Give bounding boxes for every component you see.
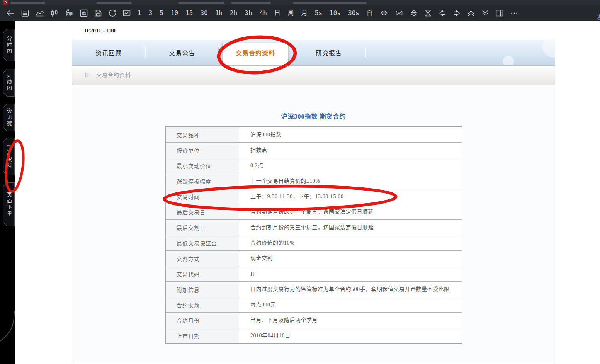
table-row: 合约月份 当月、下月及随后两个季月 [166,312,462,328]
sidebar-tab[interactable]: 页面下单 [3,182,15,226]
table-row: 最小变动价位 0.2点 [166,158,462,173]
sidebar-tab[interactable]: 分时图 [3,29,15,61]
row-value: IF [239,266,462,281]
interval-button[interactable]: 10 [170,7,179,19]
row-label: 交割方式 [166,251,239,266]
clipped-titlebar-text [97,2,131,4]
interval-button[interactable]: 自 [365,7,374,19]
table-row: 合约乘数 每点300元 [166,297,462,312]
order-board-icon[interactable]: 单 [79,7,88,19]
next-arrow-icon[interactable] [452,7,461,19]
interval-button[interactable]: 4h [258,7,268,19]
breadcrumb-bar: 交易合约资料 [72,65,555,85]
interval-buttons: 1351015301h2h3h4h日周月5s10s30s自 [136,7,374,19]
report-list-icon[interactable] [20,7,30,19]
interval-button[interactable]: 30 [199,7,209,19]
table-row: 报价单位 指数点 [166,142,462,158]
row-value: 当月、下月及随后两个季月 [239,313,462,328]
row-value: 上午：9:30-11:30，下午：13:00-15:00 [239,189,462,204]
scroll-down-icon[interactable] [481,7,490,19]
interval-button[interactable]: 1h [214,7,224,19]
refresh-icon[interactable] [108,7,117,19]
content-tabs: 资讯回顾交易公告交易合约资料研究报告 [72,40,555,65]
row-value: 合约价值的的10% [239,235,462,250]
row-label: 最低交易保证金 [166,235,239,250]
row-value: 每点300元 [239,297,462,312]
back-icon[interactable] [5,7,15,19]
interval-button[interactable]: 5 [158,7,165,19]
row-label: 交易代码 [166,266,239,281]
breadcrumb-arrow-icon [85,72,90,78]
row-label: 最小变动价位 [166,158,239,173]
interval-button[interactable]: 1 [136,7,143,19]
scroll-up-icon[interactable] [466,7,476,19]
row-label: 报价单位 [166,143,239,158]
content-tab[interactable]: 资讯回顾 [72,40,145,65]
interval-button[interactable]: 3 [148,7,154,19]
table-row: 附加信息 日内过度交易行为的监管标准为单个合约500手，套期保值交易开仓数量不受… [166,281,462,297]
sidebar-tab[interactable]: K线图 [3,69,15,97]
row-label: 上市日期 [166,328,239,343]
app-logo-icon [3,0,8,5]
interval-button[interactable]: 月 [300,7,309,19]
row-value: 现金交割 [239,251,462,266]
lightning-order-icon[interactable]: 单 [64,7,74,19]
content-tab[interactable]: 交易公告 [145,40,219,65]
save-icon[interactable] [93,7,103,19]
contract-table-title: 沪深300指数 期货合约 [72,111,555,121]
window-titlebar [0,0,600,5]
clipped-titlebar-text [178,2,224,4]
interval-button[interactable]: 3h [243,7,253,19]
content-tab[interactable]: 交易合约资料 [219,40,292,65]
interval-button[interactable]: 15 [184,7,194,19]
page-header: IF2011 - F10 [72,21,555,40]
table-row: 最低交易保证金 合约价值的的10% [166,235,462,250]
row-label: 交易时间 [166,189,239,204]
sidebar-curve-decoration [0,311,15,346]
content-tab[interactable]: 研究报告 [292,40,365,65]
row-label: 最后交易日 [166,204,239,219]
svg-text:单: 单 [82,10,86,16]
compress-vertical-icon[interactable] [409,7,418,19]
row-value: 合约到期月份的第三个周五，遇国家法定假日顺延 [239,204,462,219]
sidebar: 分时图K线图资讯链F10资料页面下单 [0,21,15,364]
clipped-right-glyph: 发 [597,12,600,21]
interval-button[interactable]: 10s [328,7,342,19]
prev-arrow-icon[interactable] [438,7,447,19]
toolbar: 单 单 1351015301h2h3h4h日周月5s10s30s自 发 [0,5,600,21]
row-label: 合约月份 [166,313,239,328]
interval-button[interactable]: 5s [314,7,323,19]
interval-button[interactable]: 30s [347,7,360,19]
timeshare-chart-icon[interactable] [35,7,45,19]
more-icon[interactable] [509,7,519,19]
interval-button[interactable]: 日 [273,7,282,19]
layout-grid-icon[interactable] [495,7,504,19]
row-value: 0.2点 [239,158,462,173]
sidebar-tab[interactable]: F10资料 [3,138,15,175]
expand-horizontal-icon[interactable] [379,7,389,19]
interval-button[interactable]: 周 [287,7,295,19]
sidebar-tab[interactable]: 资讯链 [3,104,15,131]
row-value: 沪深300指数 [239,127,462,142]
kline-candle-icon[interactable] [50,7,59,19]
row-label: 最后交割日 [166,220,239,235]
table-row: 交易时间 上午：9:30-11:30，下午：13:00-15:00 [166,189,462,204]
table-row: 最后交易日 合约到期月份的第三个周五，遇国家法定假日顺延 [166,204,462,219]
page-title: IF2011 - F10 [84,21,116,40]
table-row: 交易代码 IF [166,266,462,281]
contract-table: 交易品种 沪深300指数 报价单位 指数点 最小变动价位 0.2点 涨跌停板幅度… [165,126,462,344]
row-label: 合约乘数 [166,297,239,312]
breadcrumb-label: 交易合约资料 [96,66,131,85]
svg-text:单: 单 [68,11,73,17]
hourglass-icon[interactable] [423,7,433,19]
compress-horizontal-icon[interactable] [394,7,404,19]
row-value: 2010年04月16日 [239,328,462,343]
row-value: 合约到期月份的第三个周五，遇国家法定假日顺延 [239,220,462,235]
table-row: 最后交割日 合约到期月份的第三个周五，遇国家法定假日顺延 [166,219,462,235]
row-value: 上一个交易日结算价的±10% [239,173,462,189]
clipped-titlebar-text [11,2,45,4]
chart-window-icon[interactable] [122,7,131,19]
row-value: 指数点 [239,143,462,158]
interval-button[interactable]: 2h [229,7,238,19]
clipped-titlebar-text [293,2,366,4]
